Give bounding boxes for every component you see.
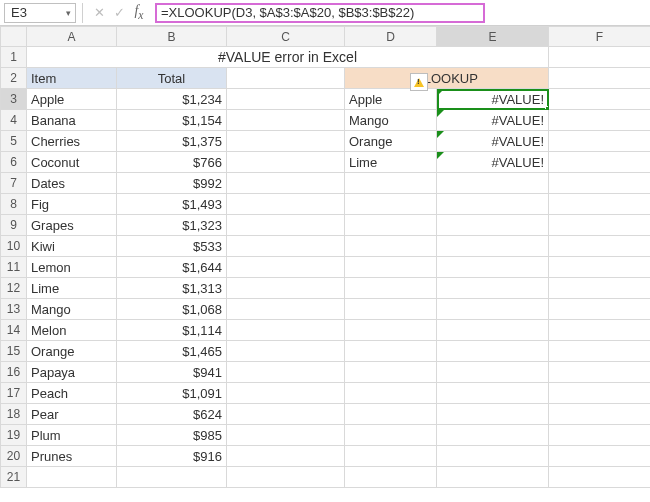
cell[interactable] (345, 467, 437, 488)
cell[interactable] (549, 299, 651, 320)
cell[interactable] (227, 173, 345, 194)
cell[interactable] (227, 362, 345, 383)
cell-item[interactable]: Banana (27, 110, 117, 131)
cell[interactable] (345, 194, 437, 215)
row-header[interactable]: 7 (1, 173, 27, 194)
error-warning-icon[interactable] (410, 73, 428, 91)
col-header-C[interactable]: C (227, 27, 345, 47)
cell-item[interactable]: Melon (27, 320, 117, 341)
cell[interactable] (437, 467, 549, 488)
cell-item[interactable]: Orange (27, 341, 117, 362)
cell-item[interactable]: Mango (27, 299, 117, 320)
cell[interactable] (227, 89, 345, 110)
cell[interactable] (549, 215, 651, 236)
row-header[interactable]: 21 (1, 467, 27, 488)
cell-item[interactable]: Peach (27, 383, 117, 404)
cell[interactable] (549, 362, 651, 383)
row-header[interactable]: 16 (1, 362, 27, 383)
cell[interactable] (227, 110, 345, 131)
cell-item[interactable]: Fig (27, 194, 117, 215)
row-header[interactable]: 19 (1, 425, 27, 446)
row-header[interactable]: 18 (1, 404, 27, 425)
fx-icon[interactable]: fx (131, 3, 147, 22)
cell-item[interactable]: Apple (27, 89, 117, 110)
cell[interactable] (549, 320, 651, 341)
cell-lookup-result[interactable]: #VALUE! (437, 152, 549, 173)
formula-input[interactable]: =XLOOKUP(D3, $A$3:$A$20, $B$3:$B$22) (155, 3, 485, 23)
cell[interactable] (227, 404, 345, 425)
cell[interactable] (437, 173, 549, 194)
cell-total[interactable]: $1,068 (117, 299, 227, 320)
cell[interactable] (437, 194, 549, 215)
row-header[interactable]: 5 (1, 131, 27, 152)
cell[interactable] (345, 383, 437, 404)
row-header[interactable]: 12 (1, 278, 27, 299)
cell[interactable] (549, 467, 651, 488)
row-header[interactable]: 14 (1, 320, 27, 341)
cell[interactable] (227, 425, 345, 446)
cell-item[interactable]: Cherries (27, 131, 117, 152)
cell-total[interactable]: $533 (117, 236, 227, 257)
cell-total[interactable]: $985 (117, 425, 227, 446)
col-header-D[interactable]: D (345, 27, 437, 47)
cell[interactable] (437, 425, 549, 446)
cell[interactable] (345, 278, 437, 299)
cell[interactable] (27, 467, 117, 488)
cell-total[interactable]: $1,644 (117, 257, 227, 278)
select-all-corner[interactable] (1, 27, 27, 47)
name-box[interactable]: E3 ▾ (4, 3, 76, 23)
col-header-E[interactable]: E (437, 27, 549, 47)
row-header[interactable]: 4 (1, 110, 27, 131)
cell-item[interactable]: Dates (27, 173, 117, 194)
cell[interactable] (227, 215, 345, 236)
cell-item[interactable]: Plum (27, 425, 117, 446)
cell[interactable] (437, 257, 549, 278)
col-header-A[interactable]: A (27, 27, 117, 47)
cell-item[interactable]: Pear (27, 404, 117, 425)
cell[interactable] (549, 110, 651, 131)
cell-total[interactable]: $1,234 (117, 89, 227, 110)
cell[interactable] (437, 362, 549, 383)
cell[interactable] (437, 320, 549, 341)
row-header[interactable]: 20 (1, 446, 27, 467)
cell[interactable] (227, 320, 345, 341)
cell-total[interactable]: $941 (117, 362, 227, 383)
cell-total[interactable]: $1,091 (117, 383, 227, 404)
cell[interactable] (227, 299, 345, 320)
cell-total[interactable]: $992 (117, 173, 227, 194)
cell[interactable] (345, 404, 437, 425)
header-xlookup[interactable]: XLOOKUP (345, 68, 549, 89)
cell[interactable] (549, 152, 651, 173)
cell[interactable] (345, 236, 437, 257)
cell-item[interactable]: Lemon (27, 257, 117, 278)
cell-total[interactable]: $1,154 (117, 110, 227, 131)
cell[interactable] (227, 194, 345, 215)
col-header-B[interactable]: B (117, 27, 227, 47)
row-header[interactable]: 15 (1, 341, 27, 362)
cell[interactable] (227, 257, 345, 278)
cell[interactable] (437, 299, 549, 320)
cell[interactable] (227, 131, 345, 152)
cell[interactable] (227, 152, 345, 173)
row-header[interactable]: 2 (1, 68, 27, 89)
cell-total[interactable]: $1,375 (117, 131, 227, 152)
cell-lookup-key[interactable]: Apple (345, 89, 437, 110)
row-header[interactable]: 1 (1, 47, 27, 68)
row-header[interactable]: 13 (1, 299, 27, 320)
cell[interactable] (345, 320, 437, 341)
sheet-title[interactable]: #VALUE error in Excel (27, 47, 549, 68)
cell-total[interactable]: $1,493 (117, 194, 227, 215)
cell[interactable] (227, 236, 345, 257)
cell-lookup-result[interactable]: #VALUE! (437, 131, 549, 152)
cell[interactable] (437, 278, 549, 299)
cell[interactable] (227, 383, 345, 404)
cell[interactable] (345, 173, 437, 194)
cell[interactable] (437, 404, 549, 425)
cell[interactable] (549, 425, 651, 446)
cell-total[interactable]: $624 (117, 404, 227, 425)
row-header[interactable]: 6 (1, 152, 27, 173)
row-header[interactable]: 10 (1, 236, 27, 257)
row-header[interactable]: 3 (1, 89, 27, 110)
cell[interactable] (549, 68, 651, 89)
cell[interactable] (345, 215, 437, 236)
